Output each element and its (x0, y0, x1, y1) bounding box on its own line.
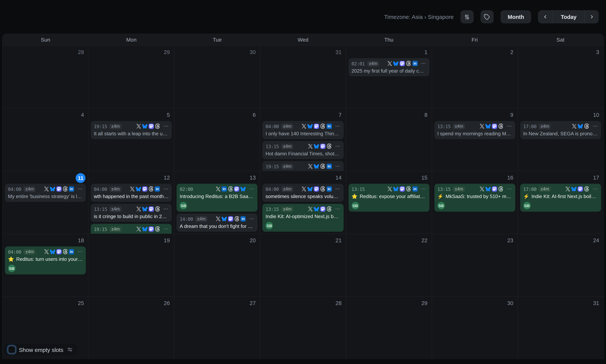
day-cell[interactable]: 22 (346, 234, 432, 296)
event-card[interactable]: 19:15±4min⋯“Listen to music or sports in… (263, 161, 343, 171)
event-card[interactable]: 14:00±4min⋯A dream that you don't fight … (177, 214, 258, 232)
more-icon[interactable]: ⋯ (164, 207, 169, 211)
day-cell[interactable]: 31 (260, 46, 346, 108)
day-cell[interactable]: 1613:15±4m⋯⚡ MkSaaS: trusted by 510+ mak… (432, 171, 517, 234)
tag-button[interactable] (480, 10, 494, 24)
event-title: is it cringe to build in public in 20… (94, 213, 169, 220)
more-icon[interactable]: ⋯ (335, 124, 340, 128)
event-card[interactable]: 13:15in⋯⭐ Reditus: expose your affiliate… (348, 184, 429, 212)
day-cell[interactable]: 21 (260, 234, 346, 296)
day-cell[interactable]: 23 (432, 234, 517, 296)
month-view-button[interactable]: Month (501, 10, 531, 24)
today-button[interactable]: Today (553, 10, 584, 24)
day-cell[interactable]: 1804:00±4min⋯⭐ Reditus: turn users into … (3, 234, 88, 296)
event-title: ⭐ Reditus: turn users into your n… (8, 256, 83, 262)
more-icon[interactable]: ⋯ (249, 187, 255, 191)
more-icon[interactable]: ⋯ (593, 124, 598, 128)
event-time: 02:01 (351, 61, 365, 66)
day-cell[interactable]: 1302:00in⋯Introducing Reditus: a B2B Saa… (174, 171, 260, 234)
more-icon[interactable]: ⋯ (421, 62, 426, 65)
x-icon (136, 124, 141, 129)
day-cell[interactable]: 6 (174, 108, 260, 171)
day-cell[interactable]: 24 (517, 234, 603, 296)
threads-icon (327, 207, 332, 212)
event-card[interactable]: 04:00±4min⋯sometimes silence speaks volu… (263, 184, 343, 202)
day-cell[interactable]: 29 (88, 46, 174, 108)
more-icon[interactable]: ⋯ (335, 187, 340, 191)
more-icon[interactable]: ⋯ (335, 164, 340, 168)
more-icon[interactable]: ⋯ (77, 187, 83, 191)
day-cell[interactable]: 28 (260, 297, 346, 359)
event-card[interactable]: 02:00in⋯Introducing Reditus: a B2B SaaS … (177, 184, 258, 212)
day-cell[interactable]: 19 (88, 234, 174, 296)
day-header: Sat (517, 34, 603, 45)
event-card[interactable]: 13:15±4m⋯I spend my mornings reading Mr … (434, 121, 515, 139)
show-empty-slots-checkbox[interactable] (8, 346, 15, 353)
day-cell[interactable]: 1404:00±4min⋯sometimes silence speaks vo… (260, 171, 346, 234)
day-cell[interactable]: 1104:00±4min⋯My entire 'business strateg… (3, 171, 88, 234)
more-icon[interactable]: ⋯ (249, 217, 255, 221)
event-card[interactable]: 04:00±4min⋯I only have 140 Interesting T… (263, 121, 343, 139)
day-cell[interactable]: 30 (174, 46, 260, 108)
bluesky-icon (50, 249, 55, 254)
day-cell[interactable]: 8 (346, 108, 432, 171)
event-duration-badge: ±4m (453, 186, 465, 192)
day-cell[interactable]: 102:01±4min⋯2025 my first full year of d… (346, 46, 432, 108)
event-card[interactable]: 02:01±4min⋯2025 my first full year of da… (348, 58, 429, 76)
day-cell[interactable]: 1513:15in⋯⭐ Reditus: expose your affilia… (346, 171, 432, 234)
more-icon[interactable]: ⋯ (164, 227, 169, 231)
date-label: 23 (507, 237, 513, 243)
event-title: I only have 140 Interesting Things… (266, 130, 340, 137)
more-icon[interactable]: ⋯ (164, 124, 169, 128)
more-icon[interactable]: ⋯ (164, 187, 169, 191)
more-icon[interactable]: ⋯ (507, 124, 512, 128)
next-button[interactable]: › (584, 10, 599, 24)
day-cell[interactable]: 30 (432, 297, 517, 359)
day-cell[interactable]: 4 (3, 108, 88, 171)
more-icon[interactable]: ⋯ (335, 207, 340, 211)
day-cell[interactable]: 1017:00±4m⋯In New Zealand, SEGA is prono… (517, 108, 603, 171)
more-icon[interactable]: ⋯ (507, 187, 512, 191)
event-card[interactable]: 17:00±4m⋯In New Zealand, SEGA is pronoun… (520, 121, 601, 139)
event-card[interactable]: 04:00±4min⋯My entire 'business strategy'… (5, 184, 86, 202)
bluesky-icon (50, 187, 55, 192)
event-card[interactable]: 17:00±4m⋯⚡ Indie Kit: AI-first Next.js b… (520, 184, 601, 212)
x-icon (130, 187, 135, 191)
event-card[interactable]: 13:15±4m⋯Indie Kit: AI-optimized Next.js… (263, 204, 343, 232)
more-icon[interactable]: ⋯ (77, 250, 83, 254)
day-cell[interactable]: 2 (432, 46, 517, 108)
day-cell[interactable]: 29 (346, 297, 432, 359)
filter-button[interactable] (461, 10, 474, 24)
more-icon[interactable]: ⋯ (335, 144, 340, 148)
day-cell[interactable]: 704:00±4min⋯I only have 140 Interesting … (260, 108, 346, 171)
day-cell[interactable]: 913:15±4m⋯I spend my mornings reading Mr… (432, 108, 517, 171)
threads-icon (320, 186, 325, 192)
event-title: “Listen to music or sports instead… (266, 170, 340, 171)
day-cell[interactable]: 31 (517, 297, 603, 359)
event-card[interactable]: 19:15±4m⋯It all starts with a leap into … (91, 121, 172, 139)
more-icon[interactable]: ⋯ (593, 187, 598, 191)
day-cell[interactable]: 28 (3, 46, 88, 108)
event-platform-icons (136, 226, 160, 232)
day-cell[interactable]: 519:15±4m⋯It all starts with a leap into… (88, 108, 174, 171)
event-card[interactable]: 13:15±4m⋯Hot damn Financial Times, shots… (263, 141, 343, 159)
day-cell[interactable]: 1204:00±4min⋯wth happened in the past mo… (88, 171, 174, 234)
day-cell[interactable]: 1717:00±4m⋯⚡ Indie Kit: AI-first Next.js… (517, 171, 603, 234)
event-platform-icons (480, 124, 503, 129)
day-events: 04:00±4min⋯sometimes silence speaks volu… (263, 184, 343, 234)
event-card[interactable]: 13:15±4m⋯⚡ MkSaaS: trusted by 510+ make…… (434, 184, 515, 212)
today-badge: 11 (76, 173, 85, 183)
event-card[interactable]: 13:15±4m⋯is it cringe to build in public… (91, 204, 172, 222)
event-card[interactable]: 04:00±4min⋯wth happened in the past mont… (91, 184, 172, 202)
day-cell[interactable]: 27 (174, 297, 260, 359)
prev-button[interactable]: ‹ (538, 10, 553, 24)
day-cell[interactable]: 3 (517, 46, 603, 108)
day-cell[interactable]: 20 (174, 234, 260, 296)
day-cell[interactable]: 26 (88, 297, 174, 359)
mastodon-icon (234, 186, 240, 192)
x-icon (136, 207, 141, 211)
event-card[interactable]: 19:15±4m⋯Introducing MkSaaS: complete N…… (91, 224, 172, 234)
event-card[interactable]: 04:00±4min⋯⭐ Reditus: turn users into yo… (5, 247, 86, 274)
more-icon[interactable]: ⋯ (421, 187, 426, 191)
sliders-horizontal-icon[interactable] (67, 347, 73, 353)
